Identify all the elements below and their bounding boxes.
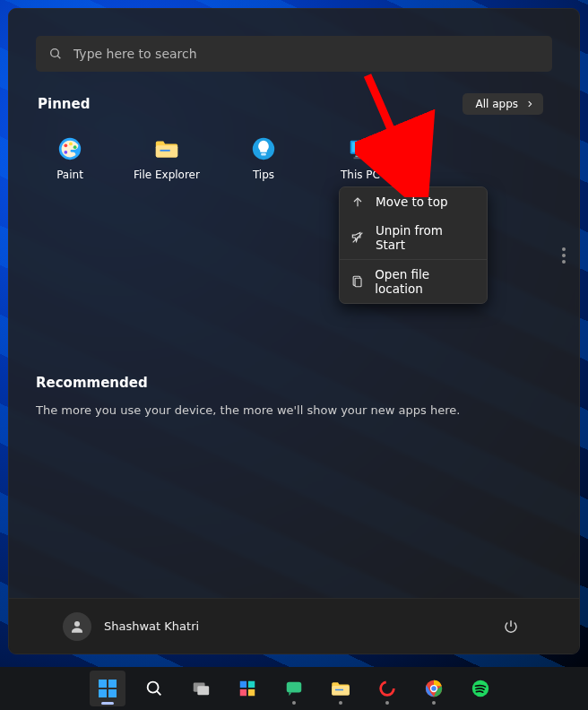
windows-logo-icon bbox=[97, 678, 118, 699]
recommended-heading: Recommended bbox=[36, 375, 534, 391]
spotify-icon bbox=[471, 679, 490, 698]
menu-item-label: Open file location bbox=[375, 267, 476, 296]
file-explorer-task[interactable] bbox=[323, 671, 359, 706]
svg-rect-8 bbox=[160, 150, 170, 152]
search-icon bbox=[48, 47, 63, 61]
svg-rect-28 bbox=[240, 681, 246, 688]
svg-rect-34 bbox=[335, 689, 343, 691]
person-icon bbox=[69, 619, 85, 635]
pinned-app-tips[interactable]: Tips bbox=[220, 131, 307, 186]
pinned-app-label: Tips bbox=[253, 169, 274, 181]
spotify-task[interactable] bbox=[463, 671, 498, 706]
search-icon bbox=[144, 679, 164, 698]
user-account-button[interactable]: Shashwat Khatri bbox=[63, 612, 199, 641]
red-ring-icon bbox=[377, 679, 397, 698]
task-view-button[interactable] bbox=[183, 671, 219, 706]
file-location-icon bbox=[350, 274, 364, 289]
svg-rect-31 bbox=[248, 689, 255, 696]
svg-rect-29 bbox=[248, 681, 255, 688]
start-button[interactable] bbox=[90, 671, 125, 706]
menu-item-move-to-top[interactable]: Move to top bbox=[340, 187, 487, 216]
search-button[interactable] bbox=[136, 671, 172, 706]
widgets-icon bbox=[238, 679, 257, 698]
this-pc-icon bbox=[346, 134, 375, 163]
svg-rect-22 bbox=[99, 689, 107, 697]
svg-point-35 bbox=[381, 682, 394, 696]
more-options-handle[interactable] bbox=[554, 244, 574, 267]
task-view-icon bbox=[191, 679, 211, 698]
power-icon bbox=[503, 619, 519, 635]
svg-point-24 bbox=[148, 682, 159, 693]
pinned-header: Pinned All apps bbox=[36, 93, 552, 115]
power-button[interactable] bbox=[497, 612, 525, 641]
menu-item-unpin[interactable]: Unpin from Start bbox=[340, 216, 487, 259]
app-red-circle[interactable] bbox=[369, 671, 405, 706]
avatar bbox=[63, 612, 91, 641]
svg-point-3 bbox=[64, 143, 67, 147]
svg-rect-32 bbox=[287, 682, 302, 693]
pinned-grid: Paint File Explorer Tips This PC bbox=[27, 131, 552, 186]
context-menu: Move to top Unpin from Start Open file l… bbox=[339, 186, 488, 304]
pinned-heading: Pinned bbox=[38, 96, 90, 112]
widgets-button[interactable] bbox=[229, 671, 265, 706]
start-footer: Shashwat Khatri bbox=[9, 598, 579, 654]
chrome-icon bbox=[424, 679, 444, 698]
pinned-app-label: Paint bbox=[56, 169, 83, 181]
svg-point-4 bbox=[69, 143, 73, 146]
recommended-empty-text: The more you use your device, the more w… bbox=[36, 403, 534, 417]
svg-rect-23 bbox=[108, 689, 117, 697]
all-apps-button[interactable]: All apps bbox=[463, 93, 543, 115]
svg-rect-27 bbox=[197, 686, 209, 695]
menu-item-label: Unpin from Start bbox=[376, 223, 476, 252]
search-input[interactable]: Type here to search bbox=[36, 36, 552, 72]
svg-rect-30 bbox=[240, 689, 246, 696]
tips-icon bbox=[249, 134, 278, 163]
file-explorer-icon bbox=[330, 678, 351, 699]
recommended-section: Recommended The more you use your device… bbox=[36, 375, 552, 417]
svg-point-0 bbox=[51, 49, 59, 57]
svg-rect-14 bbox=[354, 157, 368, 159]
search-placeholder: Type here to search bbox=[74, 47, 197, 61]
svg-rect-19 bbox=[355, 278, 361, 287]
pinned-app-file-explorer[interactable]: File Explorer bbox=[124, 131, 210, 186]
user-name: Shashwat Khatri bbox=[104, 619, 199, 633]
pinned-app-label: This PC bbox=[341, 169, 380, 181]
pinned-app-this-pc[interactable]: This PC bbox=[317, 131, 403, 186]
paint-icon bbox=[56, 134, 84, 163]
svg-rect-12 bbox=[352, 143, 369, 152]
chat-icon bbox=[284, 679, 304, 698]
svg-point-5 bbox=[74, 145, 77, 149]
svg-rect-13 bbox=[355, 156, 365, 158]
svg-rect-21 bbox=[108, 680, 117, 688]
svg-point-38 bbox=[431, 686, 437, 691]
pinned-app-paint[interactable]: Paint bbox=[27, 131, 113, 186]
taskbar bbox=[0, 667, 588, 710]
chevron-right-icon bbox=[525, 100, 534, 108]
pinned-app-label: File Explorer bbox=[134, 169, 200, 181]
arrow-up-icon bbox=[350, 195, 365, 209]
unpin-icon bbox=[350, 230, 365, 245]
all-apps-label: All apps bbox=[475, 98, 518, 110]
start-menu: Type here to search Pinned All apps Pain… bbox=[8, 8, 580, 654]
chrome-task[interactable] bbox=[416, 671, 452, 706]
chat-button[interactable] bbox=[276, 671, 312, 706]
svg-point-6 bbox=[64, 151, 67, 154]
svg-rect-10 bbox=[261, 153, 266, 156]
svg-point-15 bbox=[74, 621, 80, 627]
svg-rect-20 bbox=[99, 680, 107, 688]
menu-item-label: Move to top bbox=[376, 195, 447, 209]
svg-line-1 bbox=[57, 56, 60, 58]
menu-item-open-file-location[interactable]: Open file location bbox=[340, 260, 487, 303]
file-explorer-icon bbox=[152, 134, 181, 163]
svg-line-25 bbox=[157, 691, 160, 695]
